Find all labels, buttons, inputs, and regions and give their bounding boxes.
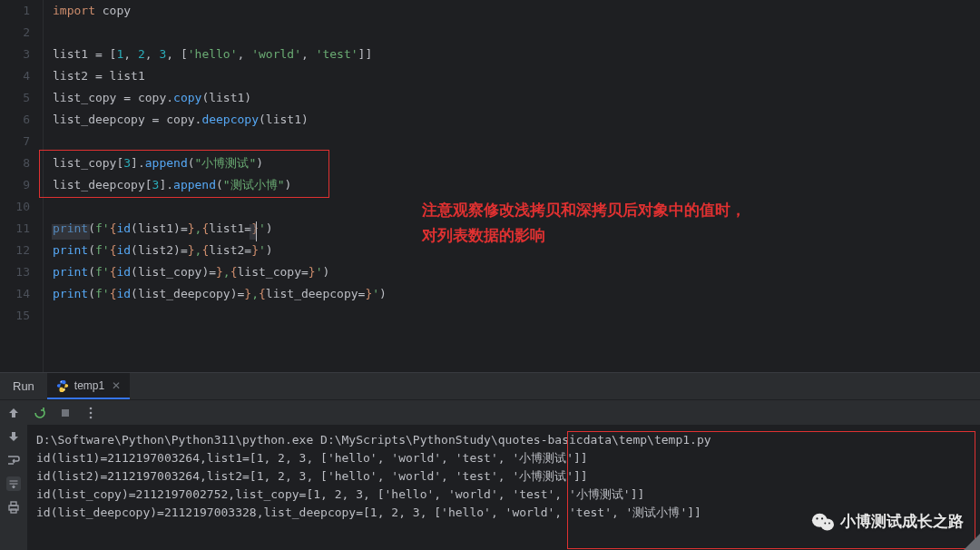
rerun-icon[interactable] (33, 406, 47, 420)
run-toolbar-left (0, 400, 27, 550)
code-line[interactable]: import copy (53, 0, 980, 22)
annotation-box (39, 150, 329, 198)
line-number: 8 (0, 152, 30, 174)
more-icon[interactable] (83, 406, 98, 420)
code-line[interactable]: list2 = list1 (53, 65, 980, 87)
python-file-icon (56, 379, 69, 392)
code-line[interactable] (53, 22, 980, 44)
down-arrow-icon[interactable] (6, 429, 21, 444)
code-line[interactable]: list1 = [1, 2, 3, ['hello', 'world', 'te… (53, 44, 980, 65)
selection-highlight (250, 224, 256, 240)
soft-wrap-icon[interactable] (6, 453, 21, 467)
print-icon[interactable] (6, 500, 21, 515)
tab-title: temp1 (74, 379, 104, 392)
svg-point-12 (821, 517, 823, 519)
line-number: 11 (0, 218, 30, 240)
line-gutter: 123456789101112131415 (0, 0, 44, 372)
svg-point-6 (90, 407, 93, 409)
code-line[interactable]: print(f'{id(list_deepcopy)=},{list_deepc… (53, 283, 980, 305)
svg-point-0 (60, 381, 61, 382)
run-tab-bar: Run temp1 ✕ (0, 373, 980, 400)
svg-point-8 (90, 416, 93, 418)
line-number: 7 (0, 131, 30, 152)
run-label[interactable]: Run (0, 379, 47, 393)
line-number: 4 (0, 65, 30, 87)
svg-point-10 (820, 518, 834, 530)
svg-point-7 (90, 411, 93, 414)
line-number: 5 (0, 87, 30, 109)
svg-point-13 (824, 522, 826, 524)
code-line[interactable] (53, 305, 980, 327)
svg-rect-4 (11, 509, 16, 513)
line-number: 3 (0, 44, 30, 65)
selection-highlight (52, 224, 90, 240)
line-number: 13 (0, 261, 30, 283)
svg-rect-5 (62, 409, 69, 417)
close-icon[interactable]: ✕ (112, 379, 121, 392)
svg-point-14 (828, 522, 830, 524)
corner-curl (964, 534, 980, 550)
run-toolbar-top (27, 400, 980, 426)
wechat-icon (811, 512, 835, 532)
line-number: 12 (0, 240, 30, 261)
run-tab-temp1[interactable]: temp1 ✕ (47, 373, 130, 399)
line-number: 10 (0, 196, 30, 218)
annotation-text: 注意观察修改浅拷贝和深拷贝后对象中的值时， 对列表数据的影响 (422, 198, 746, 249)
svg-point-1 (64, 388, 64, 389)
svg-point-11 (816, 517, 818, 519)
line-number: 14 (0, 283, 30, 305)
editor-area: 123456789101112131415 import copylist1 =… (0, 0, 980, 372)
stop-icon[interactable] (58, 406, 73, 420)
line-number: 15 (0, 305, 30, 327)
line-number: 2 (0, 22, 30, 44)
line-number: 1 (0, 0, 30, 22)
code-line[interactable]: list_deepcopy = copy.deepcopy(list1) (53, 109, 980, 131)
svg-rect-3 (11, 502, 16, 506)
line-number: 9 (0, 174, 30, 196)
text-caret (256, 221, 257, 241)
line-number: 6 (0, 109, 30, 131)
scroll-to-end-icon[interactable] (6, 476, 21, 491)
code-line[interactable]: print(f'{id(list_copy)=},{list_copy=}') (53, 261, 980, 283)
up-arrow-icon[interactable] (6, 406, 21, 420)
code-line[interactable]: list_copy = copy.copy(list1) (53, 87, 980, 109)
watermark: 小博测试成长之路 (811, 511, 964, 532)
